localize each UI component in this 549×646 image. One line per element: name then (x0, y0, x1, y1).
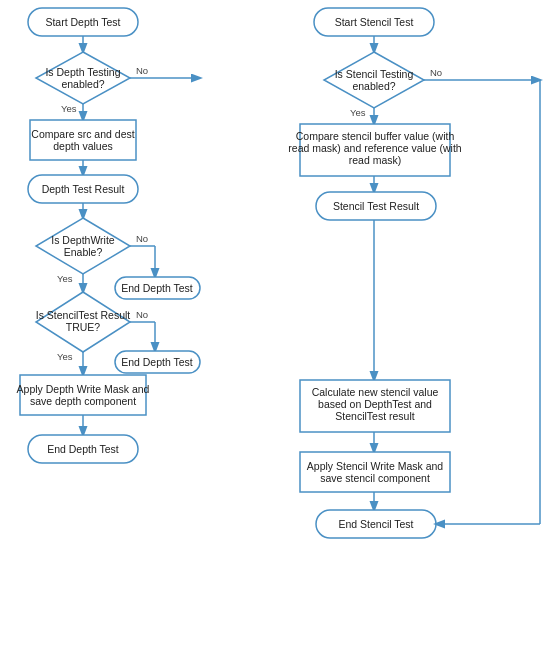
left-start-label: Start Depth Test (45, 16, 120, 28)
right-r2-line2: based on DepthTest and (318, 398, 432, 410)
right-d1-line1: Is Stencil Testing (335, 68, 414, 80)
left-d3-line2: TRUE? (66, 321, 101, 333)
right-d1-yes: Yes (350, 107, 366, 118)
left-r1-line1: Compare src and dest (31, 128, 134, 140)
right-r2-line3: StencilTest result (335, 410, 414, 422)
right-r1-line1: Compare stencil buffer value (with (296, 130, 455, 142)
left-d1-yes: Yes (61, 103, 77, 114)
right-r1-line3: read mask) (349, 154, 402, 166)
left-d1-no: No (136, 65, 148, 76)
left-d2-no: No (136, 233, 148, 244)
left-d2-line1: Is DepthWrite (51, 234, 115, 246)
left-end3-label: End Depth Test (47, 443, 119, 455)
right-end1-label: End Stencil Test (338, 518, 413, 530)
left-end1-label: End Depth Test (121, 282, 193, 294)
left-d3-yes: Yes (57, 351, 73, 362)
left-d2-yes: Yes (57, 273, 73, 284)
left-d3-no: No (136, 309, 148, 320)
left-d2-line2: Enable? (64, 246, 103, 258)
right-d1-no: No (430, 67, 442, 78)
left-r1-line2: depth values (53, 140, 113, 152)
left-end2-label: End Depth Test (121, 356, 193, 368)
right-r3-line2: save stencil component (320, 472, 430, 484)
right-r2-line1: Calculate new stencil value (312, 386, 439, 398)
right-r3-line1: Apply Stencil Write Mask and (307, 460, 444, 472)
left-r2-line2: save depth component (30, 395, 136, 407)
right-r1-line2: read mask) and reference value (with (288, 142, 461, 154)
right-d1-line2: enabled? (352, 80, 395, 92)
left-r2-line1: Apply Depth Write Mask and (17, 383, 150, 395)
left-d3-line1: Is StencilTest Result (36, 309, 131, 321)
right-start-label: Start Stencil Test (335, 16, 414, 28)
flowchart-svg: Start Depth Test Is Depth Testing enable… (0, 0, 549, 646)
right-result1-label: Stencil Test Result (333, 200, 419, 212)
left-d1-line1: Is Depth Testing (45, 66, 120, 78)
left-d1-line2: enabled? (61, 78, 104, 90)
left-result1-label: Depth Test Result (42, 183, 125, 195)
